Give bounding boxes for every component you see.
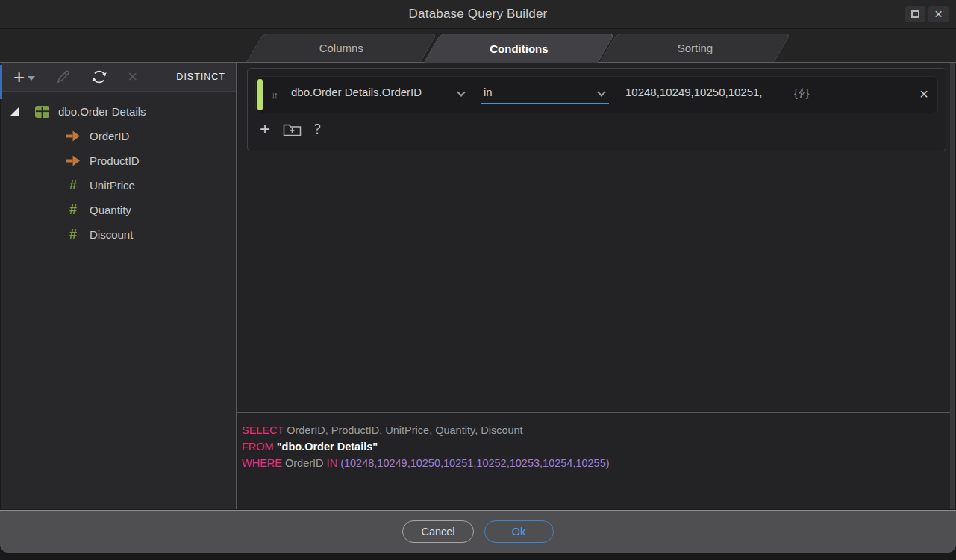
help-button[interactable]: ?	[314, 119, 321, 139]
left-edge-accent	[0, 65, 2, 99]
sort-order-icon[interactable]: ↓↑	[271, 89, 276, 101]
sql-line-where: WHERE OrderID IN (10248,10249,10250,1025…	[242, 455, 950, 471]
plus-icon: +	[260, 120, 270, 138]
remove-condition-button[interactable]: ×	[919, 86, 928, 101]
window-controls: ×	[905, 6, 949, 22]
numeric-icon: #	[64, 227, 82, 242]
expander-icon[interactable]	[10, 107, 19, 116]
sidebar-toolbar: + × D	[1, 63, 236, 92]
tabs: Columns Conditions Sorting	[246, 34, 777, 62]
sql-line-from: FROM "dbo.Order Details"	[242, 438, 950, 455]
distinct-toggle[interactable]: DISTINCT	[176, 72, 225, 82]
chevron-down-icon	[597, 88, 605, 96]
query-builder-dialog: Database Query Builder × Columns Conditi…	[0, 0, 956, 560]
condition-group: ↓↑ dbo.Order Details.OrderID in 10248,10…	[247, 68, 946, 151]
tab-conditions[interactable]: Conditions	[423, 34, 615, 63]
tree-root-table[interactable]: dbo.Order Details	[1, 99, 236, 124]
maximize-icon	[911, 10, 919, 18]
tab-columns-label: Columns	[319, 42, 363, 54]
tree-field-quantity[interactable]: # Quantity	[1, 198, 236, 222]
field-label: ProductID	[90, 154, 140, 167]
condition-operator-dropdown[interactable]: in	[481, 86, 609, 104]
condition-toolbar: + ?	[248, 113, 946, 139]
pencil-icon	[54, 69, 71, 85]
tab-columns[interactable]: Columns	[246, 34, 437, 62]
chevron-down-icon	[28, 76, 35, 81]
lightning-icon	[799, 88, 805, 98]
chevron-down-icon	[457, 88, 465, 96]
numeric-icon: #	[64, 202, 82, 218]
condition-value-input[interactable]: 10248,10249,10250,10251,	[622, 86, 790, 104]
condition-operator-value: in	[484, 86, 493, 98]
macro-expression-button[interactable]: { }	[794, 87, 809, 99]
table-tree: dbo.Order Details OrderID	[1, 92, 236, 247]
add-table-button[interactable]: +	[13, 66, 35, 88]
tree-field-productid[interactable]: ProductID	[1, 148, 236, 173]
refresh-icon	[90, 68, 108, 86]
key-arrow-icon	[64, 154, 82, 167]
folder-plus-icon	[283, 122, 302, 136]
sql-line-select: SELECT OrderID, ProductID, UnitPrice, Qu…	[242, 422, 950, 438]
add-group-button[interactable]	[283, 119, 302, 139]
key-arrow-icon	[64, 130, 82, 142]
question-mark-icon: ?	[314, 121, 321, 138]
maximize-button[interactable]	[905, 6, 925, 22]
field-label: OrderID	[90, 130, 129, 142]
field-label: UnitPrice	[90, 179, 135, 192]
dialog-title: Database Query Builder	[409, 7, 548, 22]
brace-close: }	[806, 87, 810, 99]
brace-open: {	[794, 87, 798, 99]
add-condition-button[interactable]: +	[260, 119, 270, 139]
footer-bar: Cancel Ok	[0, 510, 956, 553]
table-icon	[33, 104, 51, 119]
tree-field-unitprice[interactable]: # UnitPrice	[1, 173, 236, 198]
condition-enabled-bar[interactable]	[257, 79, 263, 110]
sql-preview: SELECT OrderID, ProductID, UnitPrice, Qu…	[237, 413, 950, 509]
ok-button[interactable]: Ok	[484, 520, 554, 543]
conditions-panel: ↓↑ dbo.Order Details.OrderID in 10248,10…	[237, 63, 955, 509]
delete-icon: ×	[128, 69, 137, 85]
tree-field-discount[interactable]: # Discount	[1, 222, 236, 247]
table-name-label: dbo.Order Details	[58, 105, 146, 118]
close-button[interactable]: ×	[928, 6, 949, 22]
delete-table-button[interactable]: ×	[128, 66, 137, 88]
tab-conditions-label: Conditions	[490, 43, 548, 55]
tab-sorting[interactable]: Sorting	[600, 34, 791, 62]
tree-field-orderid[interactable]: OrderID	[1, 124, 236, 148]
numeric-icon: #	[64, 177, 82, 193]
close-icon: ×	[934, 7, 943, 21]
condition-value-text: 10248,10249,10250,10251,	[625, 86, 763, 98]
table-sidebar: + × D	[1, 63, 237, 509]
field-label: Quantity	[90, 204, 131, 216]
cancel-button[interactable]: Cancel	[402, 520, 473, 543]
refresh-button[interactable]	[90, 66, 108, 88]
panel-right-edge	[950, 63, 955, 509]
condition-row: ↓↑ dbo.Order Details.OrderID in 10248,10…	[255, 76, 938, 113]
field-label: Discount	[90, 228, 133, 241]
title-bar: Database Query Builder ×	[0, 0, 956, 28]
edit-button[interactable]	[54, 66, 71, 88]
condition-field-value: dbo.Order Details.OrderID	[291, 86, 422, 98]
condition-field-dropdown[interactable]: dbo.Order Details.OrderID	[288, 86, 469, 104]
tab-sorting-label: Sorting	[678, 42, 713, 54]
plus-icon: +	[13, 67, 25, 86]
